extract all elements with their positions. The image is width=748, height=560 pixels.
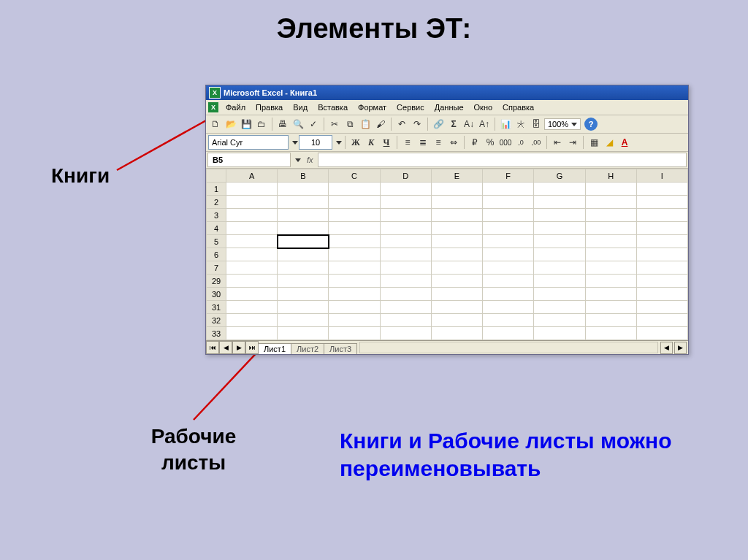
- cell[interactable]: [380, 222, 431, 235]
- cell[interactable]: [534, 327, 585, 340]
- cell[interactable]: [534, 314, 585, 327]
- cell[interactable]: [585, 222, 636, 235]
- row-header[interactable]: 5: [207, 235, 226, 248]
- cell[interactable]: [329, 301, 380, 314]
- sort-desc-icon[interactable]: A↑: [477, 117, 492, 131]
- cell[interactable]: [278, 235, 329, 248]
- menu-file[interactable]: Файл: [221, 102, 250, 112]
- cell[interactable]: [431, 261, 482, 275]
- font-name-combo[interactable]: Arial Cyr: [208, 135, 289, 150]
- cell[interactable]: [534, 248, 585, 261]
- formula-input[interactable]: [318, 153, 687, 167]
- column-header[interactable]: D: [380, 169, 431, 183]
- document-icon[interactable]: X: [208, 102, 218, 112]
- autosum-icon[interactable]: Σ: [446, 117, 461, 131]
- cell[interactable]: [329, 196, 380, 209]
- cell[interactable]: [226, 183, 278, 196]
- cell[interactable]: [329, 314, 380, 327]
- sort-asc-icon[interactable]: A↓: [462, 117, 476, 131]
- cell[interactable]: [483, 209, 534, 222]
- decrease-decimal-icon[interactable]: ,00: [529, 135, 543, 150]
- column-header[interactable]: C: [329, 169, 380, 183]
- print-icon[interactable]: 🖶: [275, 117, 290, 131]
- cell[interactable]: [585, 327, 636, 340]
- drawing-icon[interactable]: 🞯: [514, 117, 528, 131]
- help-icon[interactable]: ?: [584, 118, 598, 131]
- cell[interactable]: [226, 235, 278, 248]
- cell[interactable]: [636, 327, 687, 340]
- cell[interactable]: [278, 261, 329, 275]
- cell[interactable]: [278, 222, 329, 235]
- cell[interactable]: [431, 275, 482, 288]
- cell[interactable]: [226, 275, 278, 288]
- cell[interactable]: [380, 327, 431, 340]
- decrease-indent-icon[interactable]: ⇤: [550, 135, 565, 150]
- save-icon[interactable]: 💾: [239, 117, 253, 131]
- cell[interactable]: [585, 261, 636, 275]
- cut-icon[interactable]: ✂: [327, 117, 342, 131]
- cell[interactable]: [534, 275, 585, 288]
- permission-icon[interactable]: 🗀: [254, 117, 269, 131]
- align-right-icon[interactable]: ≡: [431, 135, 446, 150]
- cell[interactable]: [534, 209, 585, 222]
- increase-decimal-icon[interactable]: ,0: [514, 135, 528, 150]
- cell[interactable]: [585, 275, 636, 288]
- menu-view[interactable]: Вид: [289, 102, 312, 112]
- italic-button[interactable]: К: [364, 135, 378, 150]
- cell[interactable]: [329, 327, 380, 340]
- cell[interactable]: [585, 196, 636, 209]
- borders-icon[interactable]: ▦: [587, 135, 601, 150]
- cell[interactable]: [380, 235, 431, 248]
- sheet-tab[interactable]: Лист2: [291, 343, 324, 354]
- menu-help[interactable]: Справка: [498, 102, 538, 112]
- currency-icon[interactable]: ₽: [468, 135, 482, 150]
- format-painter-icon[interactable]: 🖌: [373, 117, 388, 131]
- cell[interactable]: [278, 288, 329, 301]
- cell[interactable]: [278, 301, 329, 314]
- font-size-combo[interactable]: 10: [299, 135, 332, 150]
- increase-indent-icon[interactable]: ⇥: [565, 135, 580, 150]
- cell[interactable]: [483, 275, 534, 288]
- menu-window[interactable]: Окно: [470, 102, 497, 112]
- cell[interactable]: [534, 183, 585, 196]
- row-header[interactable]: 4: [207, 222, 226, 235]
- cell[interactable]: [278, 327, 329, 340]
- database-icon[interactable]: 🗄: [529, 117, 543, 131]
- hyperlink-icon[interactable]: 🔗: [431, 117, 446, 131]
- window-titlebar[interactable]: X Microsoft Excel - Книга1: [206, 85, 688, 100]
- horizontal-scrollbar[interactable]: [359, 342, 658, 353]
- cell[interactable]: [483, 301, 534, 314]
- cell[interactable]: [636, 183, 687, 196]
- row-header[interactable]: 32: [207, 314, 226, 327]
- cell[interactable]: [226, 288, 278, 301]
- column-header[interactable]: E: [431, 169, 482, 183]
- open-icon[interactable]: 📂: [224, 117, 238, 131]
- menu-edit[interactable]: Правка: [251, 102, 287, 112]
- cell[interactable]: [483, 314, 534, 327]
- cell[interactable]: [585, 248, 636, 261]
- cell[interactable]: [483, 288, 534, 301]
- cell[interactable]: [534, 235, 585, 248]
- column-header[interactable]: G: [534, 169, 585, 183]
- row-header[interactable]: 3: [207, 209, 226, 222]
- scroll-right-button[interactable]: ◀: [660, 342, 673, 354]
- cell[interactable]: [278, 209, 329, 222]
- cell[interactable]: [380, 183, 431, 196]
- cell[interactable]: [585, 209, 636, 222]
- copy-icon[interactable]: ⧉: [343, 117, 357, 131]
- cell[interactable]: [226, 248, 278, 261]
- comma-icon[interactable]: 000: [498, 135, 513, 150]
- align-center-icon[interactable]: ≣: [416, 135, 430, 150]
- sheet-nav-next[interactable]: ▶: [232, 341, 245, 354]
- paste-icon[interactable]: 📋: [358, 117, 373, 131]
- percent-icon[interactable]: %: [483, 135, 497, 150]
- column-header[interactable]: F: [483, 169, 534, 183]
- chart-icon[interactable]: 📊: [498, 117, 513, 131]
- cell[interactable]: [585, 301, 636, 314]
- cell[interactable]: [226, 261, 278, 275]
- row-header[interactable]: 2: [207, 196, 226, 209]
- cell[interactable]: [329, 222, 380, 235]
- cell[interactable]: [431, 222, 482, 235]
- cell[interactable]: [636, 248, 687, 261]
- row-header[interactable]: 6: [207, 248, 226, 261]
